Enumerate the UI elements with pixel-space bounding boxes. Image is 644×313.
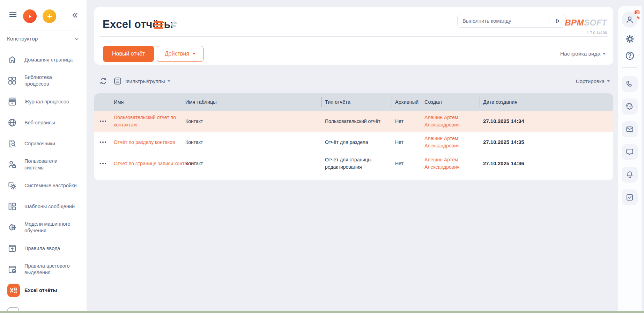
sorting-label: Сортировка [576,78,605,84]
table-row[interactable]: Пользовательский отчёт по контактам Конт… [94,111,613,132]
column-header-report-type[interactable]: Тип отчёта [321,93,392,111]
filters-groups-button[interactable]: Фильтры/группы [125,78,170,84]
sidebar-item-ml-models[interactable]: Модели машинного обучения [0,217,87,238]
table-row[interactable]: Отчёт по разделу контаков Контакт Отчёт … [94,132,613,153]
list-toolbar: Фильтры/группы Сортировка [94,74,613,88]
row-menu-button[interactable] [94,163,110,164]
speech-bubble-icon [625,147,634,156]
refresh-icon[interactable] [99,77,108,85]
cell-created-at: 27.10.2025 14:36 [480,156,613,171]
sidebar-item-system-users[interactable]: Пользователи системы [0,154,87,175]
sidebar-item-label: Библиотека процессов [20,74,77,87]
analytics-view-toggle-icon[interactable] [170,20,178,29]
phone-button[interactable] [622,76,638,92]
add-button[interactable] [43,9,56,23]
cell-archived: Нет [392,136,421,149]
bottom-accent-bar [0,311,644,313]
sidebar-item-web-services[interactable]: Веб-сервисы [0,112,87,133]
app-version: 1.7.0.14106 [587,31,607,35]
sidebar-item-label: Пользователи системы [20,158,77,171]
rail-divider [622,67,637,68]
column-header-created-at[interactable]: Дата создания [480,93,613,111]
cell-created-at: 27.10.2025 14:34 [480,114,613,129]
row-menu-button[interactable] [94,141,110,143]
collapse-sidebar-icon[interactable] [70,11,79,20]
sidebar-item-label: Веб-сервисы [20,119,55,126]
report-name-link[interactable]: Пользовательский отчёт по контактам [110,111,182,132]
left-sidebar: Конструктор Домашняя страница Библиотека… [0,0,87,313]
sidebar-item-excel-reports[interactable]: Excel отчёты [0,280,87,301]
user-lock-icon [7,160,20,169]
sidebar-item-label: Справочники [20,140,55,147]
command-line [457,14,565,28]
new-report-button[interactable]: Новый отчёт [103,46,154,62]
cell-created-at: 27.10.2025 14:35 [480,135,613,150]
tasks-button[interactable] [622,189,638,205]
phone-icon [625,79,634,88]
sidebar-item-lookups[interactable]: Справочники [0,133,87,154]
filters-groups-label: Фильтры/группы [125,78,165,84]
main-menu-icon[interactable] [8,10,18,19]
sidebar-item-process-library[interactable]: Библиотека процессов [0,70,87,91]
column-header-name[interactable]: Имя [110,93,182,111]
settings-gear-icon[interactable] [624,34,635,44]
actions-button-label: Действия [165,51,189,57]
chat-bubbles-icon [625,102,634,111]
command-input[interactable] [458,18,549,24]
globe-icon [7,118,20,128]
created-by-link[interactable]: Алешин Артём Александрович [421,111,480,132]
sidebar-item-system-settings[interactable]: Системные настройки [0,175,87,196]
sidebar-item-color-rules[interactable]: Правила цветового выделения [0,259,87,280]
sidebar-item-label: Системные настройки [20,182,77,189]
cell-table-name: Контакт [182,115,321,128]
caret-down-icon [168,80,170,82]
table-header-row: Имя Имя таблицы Тип отчёта Архивный Созд… [94,93,613,111]
column-header-menu [94,93,110,111]
chats-button[interactable] [622,99,638,115]
app-window: Конструктор Домашняя страница Библиотека… [0,0,644,313]
message-button[interactable] [622,144,638,160]
sidebar-item-home[interactable]: Домашняя страница [0,49,87,70]
created-by-link[interactable]: Алешин Артём Александрович [421,132,480,153]
column-header-created-by[interactable]: Создал [421,93,480,111]
new-mail-badge-icon [635,10,639,14]
column-header-table-name[interactable]: Имя таблицы [182,93,321,111]
partial-next-item-icon [7,307,20,311]
sidebar-item-label: Модели машинного обучения [20,221,77,234]
created-by-link[interactable]: Алешин Артём Александрович [421,153,480,174]
excel-reports-icon [7,284,20,297]
report-name-link[interactable]: Отчёт по странице записи контакта [110,157,182,170]
message-templates-icon [7,202,20,211]
envelope-icon [625,125,634,134]
report-name-link[interactable]: Отчёт по разделу контаков [110,136,182,149]
help-icon[interactable] [624,50,635,61]
cell-table-name: Контакт [182,157,321,170]
system-settings-icon [7,181,20,190]
table-row[interactable]: Отчёт по странице записи контакта Контак… [94,153,613,174]
filter-list-icon[interactable] [113,77,122,86]
notifications-button[interactable] [622,167,638,183]
caret-down-icon [603,53,606,55]
user-icon [625,15,635,24]
row-menu-button[interactable] [94,121,110,122]
cell-archived: Нет [392,157,421,170]
sidebar-item-label: Журнал процессов [20,99,69,105]
workspace-selector[interactable]: Конструктор [7,34,80,44]
reports-table: Имя Имя таблицы Тип отчёта Архивный Созд… [94,93,613,180]
view-settings-button[interactable]: Настройка вида [560,51,606,57]
list-view-toggle-icon[interactable] [154,21,163,29]
email-button[interactable] [622,121,638,137]
bpmsoft-logo: BPMSOFT [565,18,607,28]
run-command-icon[interactable] [549,14,565,27]
cell-archived: Нет [392,115,421,128]
chevron-down-icon [74,36,80,42]
user-profile-button[interactable] [622,12,638,28]
run-process-button[interactable] [23,9,37,23]
sidebar-item-process-journal[interactable]: Журнал процессов [0,91,87,112]
actions-button[interactable]: Действия [157,46,203,62]
sorting-button[interactable]: Сортировка [576,78,610,84]
cell-table-name: Контакт [182,136,321,149]
column-header-archived[interactable]: Архивный [392,93,421,111]
sidebar-item-message-templates[interactable]: Шаблоны сообщений [0,196,87,217]
sidebar-item-input-rules[interactable]: Правила ввода [0,238,87,259]
